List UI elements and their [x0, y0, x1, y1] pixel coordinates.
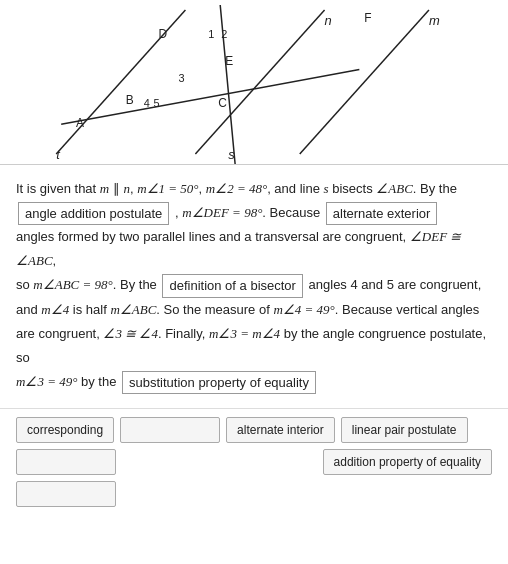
box2-alternate-exterior[interactable]: alternate exterior	[326, 202, 438, 226]
option-linear-pair[interactable]: linear pair postulate	[341, 417, 468, 443]
c-label: C	[218, 96, 227, 110]
options-area: corresponding alternate interior linear …	[0, 408, 508, 519]
a-label: A	[76, 116, 84, 130]
angle2-label: 2	[221, 28, 227, 40]
half-text: and m∠4 is half m∠ABC. So the measure of…	[16, 302, 479, 317]
result1-text: , m∠DEF = 98°. Because	[175, 205, 320, 220]
options-row-3	[16, 481, 492, 507]
angle3-label: 3	[178, 72, 184, 84]
box3-bisector[interactable]: definition of a bisector	[162, 274, 302, 298]
angle4-label: 4	[144, 97, 150, 109]
congruent-text: are congruent, ∠3 ≅ ∠4. Finally, m∠3 = m…	[16, 326, 486, 365]
option-empty-2[interactable]	[16, 449, 116, 475]
svg-line-4	[61, 70, 359, 125]
geometry-diagram: m n s t F D 1 2 E 3 B 4 5 A C	[0, 0, 508, 164]
angle5-label: 5	[154, 97, 160, 109]
proof-text: It is given that m ∥ n, m∠1 = 50°, m∠2 =…	[16, 177, 492, 394]
b-label: B	[126, 93, 134, 107]
m-label: m	[429, 13, 440, 28]
svg-line-0	[300, 10, 429, 154]
d-label: D	[159, 27, 168, 41]
box1-angle-addition[interactable]: angle addition postulate	[18, 202, 169, 226]
option-empty-1[interactable]	[120, 417, 220, 443]
angle1-label: 1	[208, 28, 214, 40]
line2-text: angles formed by two parallel lines and …	[16, 229, 461, 268]
option-addition-property[interactable]: addition property of equality	[323, 449, 492, 475]
option-corresponding[interactable]: corresponding	[16, 417, 114, 443]
so-text: so m∠ABC = 98°. By the	[16, 277, 157, 292]
m3-text: m∠3 = 49° by the	[16, 374, 116, 389]
box4-substitution[interactable]: substitution property of equality	[122, 371, 316, 395]
intro-text: It is given that m ∥ n, m∠1 = 50°, m∠2 =…	[16, 181, 457, 196]
proof-area: It is given that m ∥ n, m∠1 = 50°, m∠2 =…	[0, 165, 508, 402]
s-label: s	[228, 147, 235, 162]
diagram-area: m n s t F D 1 2 E 3 B 4 5 A C	[0, 0, 508, 165]
e-label: E	[225, 54, 233, 68]
option-alternate-interior[interactable]: alternate interior	[226, 417, 335, 443]
options-row-2: addition property of equality	[16, 449, 492, 475]
options-row-1: corresponding alternate interior linear …	[16, 417, 492, 443]
f-label: F	[364, 11, 371, 25]
angles45-text: angles 4 and 5 are congruent,	[309, 277, 482, 292]
option-empty-3[interactable]	[16, 481, 116, 507]
n-label: n	[325, 13, 332, 28]
svg-line-1	[195, 10, 324, 154]
